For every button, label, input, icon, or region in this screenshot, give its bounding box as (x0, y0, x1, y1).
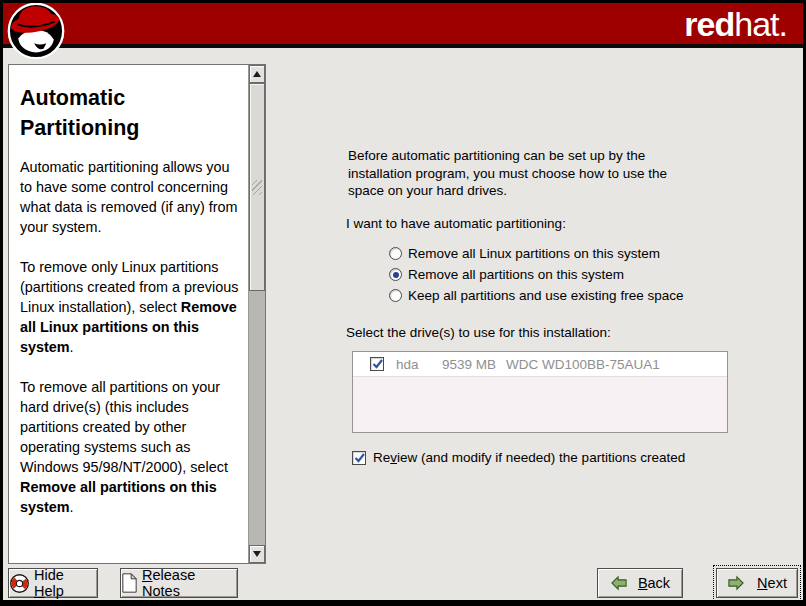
installer-window: redhat. Automatic Partitioning Automatic… (0, 0, 806, 606)
help-panel: Automatic Partitioning Automatic partiti… (8, 64, 266, 564)
scrollbar-track[interactable] (249, 83, 265, 545)
drive-size: 9539 MB (442, 357, 506, 372)
installer-content: redhat. Automatic Partitioning Automatic… (3, 3, 803, 600)
hide-help-label: Hide Help (34, 567, 97, 599)
radio-button[interactable] (389, 247, 402, 260)
redhat-shadowman-icon (6, 3, 66, 61)
arrow-up-icon (253, 71, 261, 77)
radio-button[interactable] (389, 268, 402, 281)
help-text: Automatic Partitioning Automatic partiti… (9, 65, 249, 563)
partitioning-prompt: I want to have automatic partitioning: (346, 216, 566, 231)
release-notes-button[interactable]: Release Notes (120, 568, 238, 598)
radio-label: Remove all partitions on this system (408, 267, 624, 282)
scroll-down-button[interactable] (249, 545, 265, 563)
review-checkbox[interactable] (352, 451, 366, 465)
review-checkbox-row[interactable]: Review (and modify if needed) the partit… (352, 450, 685, 465)
redhat-wordmark: redhat. (684, 5, 787, 43)
drive-model: WDC WD100BB-75AUA1 (506, 357, 660, 372)
top-banner (3, 3, 803, 44)
drive-name: hda (396, 357, 442, 372)
release-notes-label: Release Notes (142, 567, 237, 599)
intro-text: Before automatic partitioning can be set… (348, 147, 680, 200)
review-label: Review (and modify if needed) the partit… (373, 450, 685, 465)
help-paragraph-3: To remove all partitions on your hard dr… (20, 377, 242, 517)
arrow-right-icon (727, 575, 745, 591)
radio-option-remove-all[interactable]: Remove all partitions on this system (389, 264, 683, 285)
next-label: Next (757, 575, 787, 591)
back-label: Back (638, 575, 670, 591)
help-paragraph-1: Automatic partitioning allows you to hav… (20, 157, 242, 237)
drive-checkbox[interactable] (370, 357, 384, 371)
banner-divider (3, 44, 803, 48)
partitioning-options: Remove all Linux partitions on this syst… (389, 243, 683, 306)
drive-row-hda[interactable]: hda 9539 MB WDC WD100BB-75AUA1 (353, 352, 727, 377)
help-paragraph-2: To remove only Linux partitions (partiti… (20, 257, 242, 357)
radio-option-keep-all[interactable]: Keep all partitions and use existing fre… (389, 285, 683, 306)
radio-label: Remove all Linux partitions on this syst… (408, 246, 660, 261)
next-button[interactable]: Next (716, 568, 798, 598)
radio-dot (393, 272, 399, 278)
check-icon (371, 357, 385, 371)
back-button[interactable]: Back (597, 568, 683, 598)
help-title: Automatic Partitioning (20, 83, 225, 143)
arrow-down-icon (253, 551, 261, 557)
drive-select-prompt: Select the drive(s) to use for this inst… (346, 325, 611, 340)
radio-option-remove-linux[interactable]: Remove all Linux partitions on this syst… (389, 243, 683, 264)
radio-label: Keep all partitions and use existing fre… (408, 288, 683, 303)
check-icon (353, 451, 367, 465)
document-icon (121, 573, 138, 593)
hide-help-button[interactable]: Hide Help (8, 568, 98, 598)
help-scrollbar[interactable] (248, 65, 265, 563)
scrollbar-thumb[interactable] (249, 83, 265, 291)
scroll-up-button[interactable] (249, 65, 265, 83)
radio-button[interactable] (389, 289, 402, 302)
life-ring-icon (9, 573, 30, 594)
drive-list[interactable]: hda 9539 MB WDC WD100BB-75AUA1 (352, 351, 728, 433)
arrow-left-icon (610, 575, 628, 591)
